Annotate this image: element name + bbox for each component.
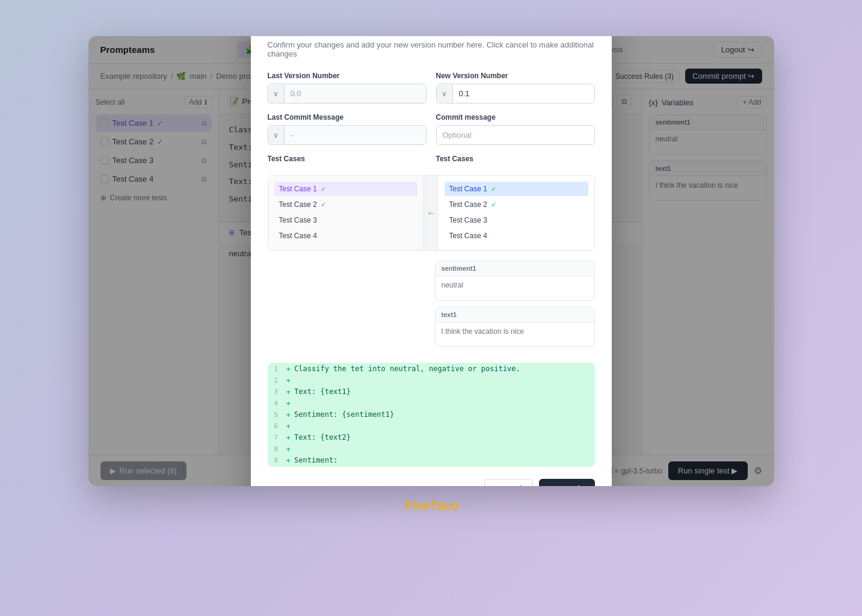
new-version-input-wrapper: v [436,84,595,103]
modal-footer: Cancel Commit [268,479,595,486]
arrow-divider: ← [424,176,439,250]
diff-line-2: 2 + [268,375,594,386]
last-version-prefix: v [268,85,285,103]
diff-line-5: 5 + Sentiment: {sentiment1} [268,409,594,420]
commit-message-label: Commit message [436,113,595,122]
modal-title: Committing Your Changes [268,36,595,37]
diff-line-4: 4 + [268,398,594,409]
last-version-input [285,84,426,103]
last-commit-input-wrapper: v [268,125,426,145]
last-version-group: Last Version Number v [268,72,426,103]
test-cases-left-section: Test Cases [268,155,426,168]
left-case-3[interactable]: Test Case 3 [274,213,417,227]
new-version-input[interactable] [453,84,594,103]
modal-preview-header-s1: sentiment1 [436,261,594,276]
test-cases-compare: Test Case 1 ✓ Test Case 2 ✓ Test Case 3 … [268,175,595,251]
left-case-1[interactable]: Test Case 1 ✓ [274,182,417,196]
test-cases-left-label: Test Cases [268,155,426,163]
preview-cards-grid: sentiment1 neutral text1 I think the vac… [268,260,595,353]
modal-preview-sentiment1: sentiment1 neutral [435,260,595,301]
commit-button[interactable]: Commit [539,479,594,486]
diff-line-6: 6 + [268,420,594,432]
last-commit-prefix: v [268,126,285,144]
modal-preview-content-t1: I think the vacation is nice [436,322,594,346]
right-tick-2: ✓ [491,201,496,209]
modal-overlay: ✕ Committing Your Changes Confirm your c… [88,36,774,486]
left-preview-empty [268,260,428,353]
right-case-1[interactable]: Test Case 1 ✓ [445,182,588,196]
diff-view: 1 + Classify the tet into neutral, negat… [268,363,595,467]
commit-message-group: Commit message [436,113,595,145]
left-tick-1: ✓ [321,185,326,193]
diff-line-3: 3 + Text: {text1} [268,386,594,398]
last-commit-input [285,126,426,144]
right-tick-1: ✓ [491,185,496,193]
test-cases-section: Test Cases Test Cases [268,155,595,168]
diff-line-9: 9 + Sentiment: [268,455,594,466]
left-case-4[interactable]: Test Case 4 [274,229,417,243]
modal-preview-header-t1: text1 [436,307,594,322]
new-version-group: New Version Number v [436,72,595,103]
commit-message-input[interactable] [436,125,595,145]
modal-commit-grid: Last Commit Message v Commit message [268,113,595,145]
app-window: Prompteams 🧩 Testing Panel 🕐 History (Co… [88,36,774,486]
branding-text: FiveTaco [404,498,458,514]
commit-modal: ✕ Committing Your Changes Confirm your c… [251,36,612,486]
new-version-prefix: v [437,85,453,103]
test-cases-left-panel: Test Case 1 ✓ Test Case 2 ✓ Test Case 3 … [268,176,424,250]
diff-line-8: 8 + [268,443,594,455]
last-commit-label: Last Commit Message [268,113,426,122]
diff-line-1: 1 + Classify the tet into neutral, negat… [268,363,594,375]
test-cases-right-panel: Test Case 1 ✓ Test Case 2 ✓ Test Case 3 … [439,176,594,250]
right-previews: sentiment1 neutral text1 I think the vac… [435,260,595,353]
modal-version-grid: Last Version Number v New Version Number… [268,72,595,103]
modal-preview-text1: text1 I think the vacation is nice [435,307,595,347]
diff-line-7: 7 + Text: {text2} [268,432,594,443]
test-cases-right-section: Test Cases [436,155,595,168]
cancel-button[interactable]: Cancel [484,479,534,486]
left-case-2[interactable]: Test Case 2 ✓ [274,197,417,212]
branding: FiveTaco [404,498,458,514]
right-case-2[interactable]: Test Case 2 ✓ [445,197,588,212]
modal-subtitle: Confirm your changes and add your new ve… [268,40,595,58]
test-cases-right-label: Test Cases [436,155,595,163]
right-case-4[interactable]: Test Case 4 [445,229,588,243]
new-version-label: New Version Number [436,72,595,80]
last-version-label: Last Version Number [268,72,426,80]
right-case-3[interactable]: Test Case 3 [445,213,588,227]
left-tick-2: ✓ [321,201,326,209]
last-commit-group: Last Commit Message v [268,113,426,145]
modal-preview-content-s1: neutral [436,276,594,300]
last-version-input-wrapper: v [268,84,426,103]
